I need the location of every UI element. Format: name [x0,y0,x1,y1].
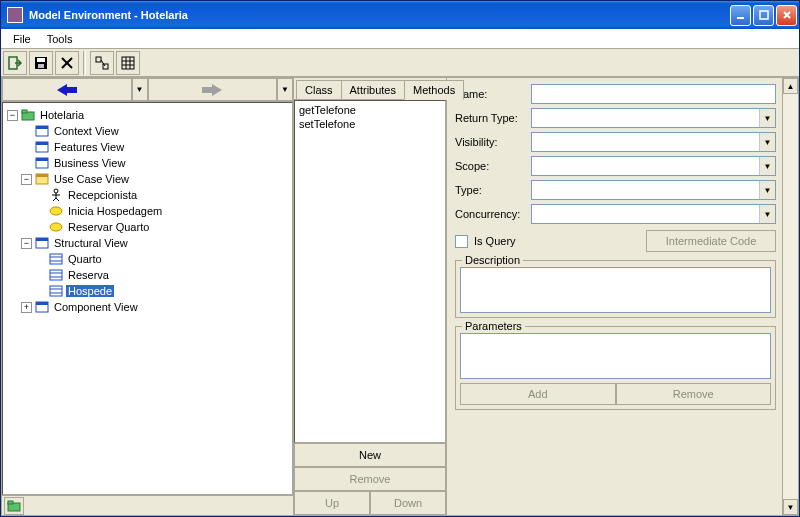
content: ▼ ▼ −Hotelaria Context View Features Vie… [1,77,799,516]
tab-methods[interactable]: Methods [404,80,464,100]
tree-toggle[interactable]: − [21,174,32,185]
down-button[interactable]: Down [370,491,446,515]
svg-rect-38 [36,238,48,241]
nav-back-button[interactable] [2,78,132,101]
svg-rect-6 [37,58,45,62]
package-icon [21,109,35,121]
toolbar-separator [83,51,86,75]
grid-button[interactable] [116,51,140,75]
tree-features[interactable]: Features View [52,141,126,153]
navbar: ▼ ▼ [2,78,293,102]
view-icon [35,173,49,185]
view-icon [35,157,49,169]
class-icon [49,269,63,281]
tab-class[interactable]: Class [296,80,342,99]
button-stack: New Remove Up Down [294,443,446,515]
tree-business[interactable]: Business View [52,157,127,169]
parameters-list[interactable] [460,333,771,379]
up-button[interactable]: Up [294,491,370,515]
tree-recepcionista[interactable]: Recepcionista [66,189,139,201]
svg-rect-10 [96,57,101,62]
isquery-checkbox[interactable] [455,235,468,248]
tree-usecase[interactable]: Use Case View [52,173,131,185]
tree-component[interactable]: Component View [52,301,140,313]
svg-rect-25 [36,142,48,145]
view-icon [35,141,49,153]
nav-fwd-drop[interactable]: ▼ [277,78,293,101]
titlebar[interactable]: Model Environment - Hotelaria [1,1,799,29]
view-icon [35,301,49,313]
methods-list[interactable]: getTelefone setTelefone [294,100,446,443]
type-select[interactable]: ▼ [531,180,776,200]
method-item[interactable]: getTelefone [297,103,443,117]
add-button[interactable]: Add [460,383,616,405]
description-textarea[interactable] [460,267,771,313]
menu-file[interactable]: File [5,31,39,47]
form-column: Name: Return Type:▼ Visibility:▼ Scope:▼… [447,78,782,515]
svg-line-34 [56,198,59,201]
tab-attributes[interactable]: Attributes [341,80,405,99]
chevron-down-icon: ▼ [759,181,775,199]
exit-button[interactable] [3,51,27,75]
svg-marker-19 [202,84,222,96]
diagram-button[interactable] [90,51,114,75]
delete-button[interactable] [55,51,79,75]
new-button[interactable]: New [294,443,446,467]
svg-rect-45 [50,286,62,296]
tree-hospede[interactable]: Hospede [66,285,114,297]
tree-inicia[interactable]: Inicia Hospedagem [66,205,164,217]
tree-toggle[interactable]: + [21,302,32,313]
menu-tools[interactable]: Tools [39,31,81,47]
scope-select[interactable]: ▼ [531,156,776,176]
scroll-up-icon[interactable]: ▲ [783,78,798,94]
tree-quarto[interactable]: Quarto [66,253,104,265]
save-button[interactable] [29,51,53,75]
left-panel: ▼ ▼ −Hotelaria Context View Features Vie… [2,78,294,515]
svg-point-35 [50,207,62,215]
tree-structural[interactable]: Structural View [52,237,130,249]
chevron-down-icon: ▼ [759,109,775,127]
tree-root[interactable]: Hotelaria [38,109,86,121]
tree-toggle[interactable]: − [21,238,32,249]
nav-back-drop[interactable]: ▼ [132,78,148,101]
svg-point-30 [54,189,58,193]
menubar: File Tools [1,29,799,49]
label-name: Name: [455,88,531,100]
svg-rect-49 [36,302,48,305]
chevron-down-icon: ▼ [759,133,775,151]
svg-rect-27 [36,158,48,161]
scrollbar[interactable]: ▲ ▼ [782,78,798,515]
concurrency-select[interactable]: ▼ [531,204,776,224]
view-icon [35,125,49,137]
minimize-button[interactable] [730,5,751,26]
svg-rect-21 [22,110,27,113]
mid-column: Class Attributes Methods getTelefone set… [294,78,447,515]
scroll-track[interactable] [783,94,798,499]
svg-point-36 [50,223,62,231]
method-item[interactable]: setTelefone [297,117,443,131]
visibility-select[interactable]: ▼ [531,132,776,152]
window-title: Model Environment - Hotelaria [27,9,730,21]
tree-view[interactable]: −Hotelaria Context View Features View Bu… [2,102,293,495]
tree-context[interactable]: Context View [52,125,121,137]
maximize-button[interactable] [753,5,774,26]
tree-reserva[interactable]: Reserva [66,269,111,281]
remove-param-button[interactable]: Remove [616,383,772,405]
returntype-select[interactable]: ▼ [531,108,776,128]
intermediate-button[interactable]: Intermediate Code [646,230,776,252]
view-icon [35,237,49,249]
actor-icon [49,189,63,201]
remove-button[interactable]: Remove [294,467,446,491]
bottom-tab-icon[interactable] [4,497,24,515]
name-field[interactable] [531,84,776,104]
nav-fwd-button[interactable] [148,78,278,101]
tree-reservar[interactable]: Reservar Quarto [66,221,151,233]
label-concurrency: Concurrency: [455,208,531,220]
usecase-icon [49,221,63,233]
scroll-down-icon[interactable]: ▼ [783,499,798,515]
svg-rect-0 [737,17,744,19]
close-button[interactable] [776,5,797,26]
fieldset-description: Description [455,260,776,318]
tree-toggle[interactable]: − [7,110,18,121]
label-visibility: Visibility: [455,136,531,148]
